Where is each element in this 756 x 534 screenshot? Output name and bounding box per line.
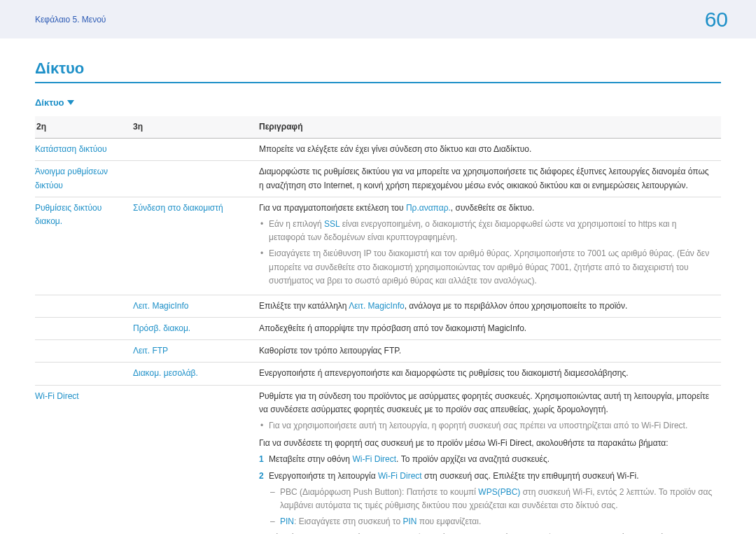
cell-desc: Επιλέξτε την κατάλληλη Λειτ. MagicInfo, … — [259, 295, 721, 317]
text: που εμφανίζεται. — [416, 517, 481, 526]
paragraph: Ρυθμίστε για τη σύνδεση του προϊόντος με… — [259, 390, 714, 416]
page-header: Κεφάλαιο 5. Μενού 60 — [0, 0, 756, 38]
breadcrumb: Κεφάλαιο 5. Μενού — [35, 15, 106, 24]
cell-l2: Λειτ. MagicInfo — [133, 295, 259, 317]
text: Εάν η επιλογή — [269, 219, 324, 229]
bullet-list: Εάν θέλετε να αποσυνδέσετε τη συσκευή, ε… — [259, 531, 714, 534]
list-item: Ενεργοποιήστε τη λειτουργία Wi-Fi Direct… — [269, 470, 714, 529]
cell-l1: Άνοιγμα ρυθμίσεων δικτύου — [35, 161, 133, 197]
table-row: Κατάσταση δικτύου Μπορείτε να ελέγξετε ε… — [35, 139, 721, 161]
cell-desc: Για να πραγματοποιήσετε εκτέλεση του Πρ.… — [259, 197, 721, 295]
cell-l1: Ρυθμίσεις δικτύου διακομ. — [35, 197, 133, 295]
cell-l2: Διακομ. μεσολάβ. — [133, 363, 259, 385]
table-row: Wi-Fi Direct Ρυθμίστε για τη σύνδεση του… — [35, 385, 721, 534]
table-row: Διακομ. μεσολάβ. Ενεργοποιήστε ή απενεργ… — [35, 363, 721, 385]
section-label-text: Δίκτυο — [35, 97, 64, 108]
cell-desc: Καθορίστε τον τρόπο λειτουργίας FTP. — [259, 340, 721, 363]
cell-l2 — [133, 139, 259, 161]
cell-l2: Λειτ. FTP — [133, 340, 259, 363]
table-row: Λειτ. MagicInfo Επιλέξτε την κατάλληλη Λ… — [35, 295, 721, 317]
section-heading: Δίκτυο — [35, 97, 721, 108]
table-row: Ρυθμίσεις δικτύου διακομ. Σύνδεση στο δι… — [35, 197, 721, 295]
table-row: Άνοιγμα ρυθμίσεων δικτύου Διαμορφώστε τι… — [35, 161, 721, 197]
page-content: Δίκτυο Δίκτυο 2η 3η Περιγραφή Κατάσταση … — [0, 38, 756, 534]
page-number: 60 — [705, 8, 728, 31]
dash-list: PBC (Διαμόρφωση Push Button): Πατήστε το… — [269, 486, 714, 529]
col-header-1: 2η — [35, 116, 133, 139]
list-item: Μεταβείτε στην οθόνη Wi-Fi Direct. Το πρ… — [269, 453, 714, 466]
text: PBC (Διαμόρφωση Push Button): Πατήστε το… — [280, 487, 478, 497]
list-item: Εάν θέλετε να αποσυνδέσετε τη συσκευή, ε… — [269, 531, 714, 534]
cell-desc: Αποδεχθείτε ή απορρίψτε την πρόσβαση από… — [259, 318, 721, 340]
list-item: PBC (Διαμόρφωση Push Button): Πατήστε το… — [280, 486, 714, 512]
inline-term: WPS(PBC) — [478, 487, 520, 497]
cell-desc: Ενεργοποιήστε ή απενεργοποιήστε και διαμ… — [259, 363, 721, 385]
table-header-row: 2η 3η Περιγραφή — [35, 116, 721, 139]
settings-table: 2η 3η Περιγραφή Κατάσταση δικτύου Μπορεί… — [35, 116, 721, 534]
col-header-2: 3η — [133, 116, 259, 139]
inline-term: SSL — [324, 219, 340, 229]
cell-l1: Wi-Fi Direct — [35, 385, 133, 534]
text: , συνδεθείτε σε δίκτυο. — [451, 203, 535, 213]
inline-term: Λειτ. MagicInfo — [349, 301, 404, 311]
cell-l2: Πρόσβ. διακομ. — [133, 318, 259, 340]
list-item: Για να χρησιμοποιήσετε αυτή τη λειτουργί… — [269, 419, 714, 433]
inline-term: Wi-Fi Direct — [378, 471, 422, 481]
triangle-down-icon — [67, 100, 74, 105]
cell-desc: Μπορείτε να ελέγξετε εάν έχει γίνει σύνδ… — [259, 139, 721, 161]
cell-desc: Ρυθμίστε για τη σύνδεση του προϊόντος με… — [259, 385, 721, 534]
cell-l2 — [133, 161, 259, 197]
inline-term: PIN — [280, 517, 294, 526]
cell-l1 — [35, 340, 133, 363]
text: : Εισαγάγετε στη συσκευή το — [294, 517, 402, 526]
cell-l2: Σύνδεση στο διακομιστή — [133, 197, 259, 295]
list-item: PIN: Εισαγάγετε στη συσκευή το PIN που ε… — [280, 515, 714, 528]
cell-l2 — [133, 385, 259, 534]
col-header-3: Περιγραφή — [259, 116, 721, 139]
cell-l1 — [35, 318, 133, 340]
text: Για να πραγματοποιήσετε εκτέλεση του — [259, 203, 406, 213]
bullet-list: Εάν η επιλογή SSL είναι ενεργοποιημένη, … — [259, 218, 714, 288]
cell-l1 — [35, 363, 133, 385]
page-title: Δίκτυο — [35, 59, 721, 83]
list-item: Εάν η επιλογή SSL είναι ενεργοποιημένη, … — [269, 218, 714, 244]
inline-term: Πρ.αναπαρ. — [406, 203, 451, 213]
cell-desc: Διαμορφώστε τις ρυθμίσεις δικτύου για να… — [259, 161, 721, 197]
table-row: Λειτ. FTP Καθορίστε τον τρόπο λειτουργία… — [35, 340, 721, 363]
text: . Το προϊόν αρχίζει να αναζητά συσκευές. — [396, 454, 550, 464]
table-row: Πρόσβ. διακομ. Αποδεχθείτε ή απορρίψτε τ… — [35, 318, 721, 340]
text: Επιλέξτε την κατάλληλη — [259, 301, 349, 311]
step-list: Μεταβείτε στην οθόνη Wi-Fi Direct. Το πρ… — [259, 453, 714, 528]
text: στη συσκευή σας. Επιλέξτε την επιθυμητή … — [422, 471, 639, 481]
list-item: Εισαγάγετε τη διεύθυνση IP του διακομιστ… — [269, 247, 714, 288]
inline-term: PIN — [402, 517, 416, 526]
cell-l1: Κατάσταση δικτύου — [35, 139, 133, 161]
text: Ενεργοποιήστε τη λειτουργία — [269, 471, 378, 481]
cell-l1 — [35, 295, 133, 317]
text: , ανάλογα με το περιβάλλον όπου χρησιμοπ… — [405, 301, 628, 311]
inline-term: Wi-Fi Direct — [352, 454, 396, 464]
paragraph: Για να συνδέσετε τη φορητή σας συσκευή μ… — [259, 437, 714, 450]
text: Μεταβείτε στην οθόνη — [269, 454, 352, 464]
bullet-list: Για να χρησιμοποιήσετε αυτή τη λειτουργί… — [259, 419, 714, 433]
